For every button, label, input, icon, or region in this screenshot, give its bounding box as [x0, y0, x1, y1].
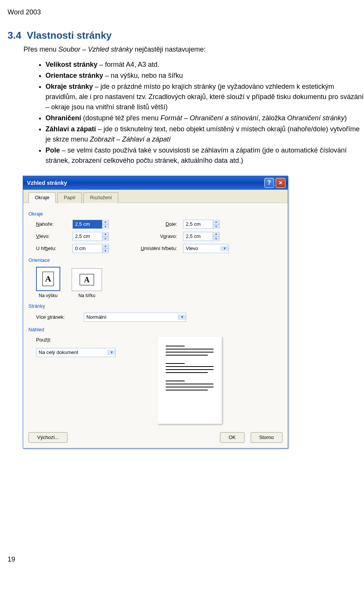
landscape-icon: A: [80, 274, 94, 285]
group-stranky: Stránky: [28, 303, 282, 310]
tab-strip: Okraje Papír Rozložení: [28, 192, 282, 203]
section-heading: 3.4 Vlastnosti stránky: [8, 28, 364, 42]
intro-paragraph: Přes menu Soubor – Vzhled stránky nejčas…: [24, 45, 364, 54]
label-vlevo: Vlevo:: [36, 233, 66, 240]
label-vpravo: Vpravo:: [128, 233, 177, 240]
portrait-box: A: [36, 267, 60, 291]
preview-page: [157, 337, 222, 424]
spin-down-icon[interactable]: ▼: [102, 249, 108, 253]
orient-landscape[interactable]: A Na šířku: [72, 268, 102, 299]
list-item: Orientace stránky – na výšku, nebo na ší…: [46, 71, 364, 81]
label-pouzit: Použít:: [36, 337, 135, 343]
spin-down-icon[interactable]: ▼: [213, 225, 219, 229]
spin-up-icon[interactable]: ▲: [102, 220, 108, 224]
chevron-down-icon: ▼: [178, 315, 186, 320]
spin-up-icon[interactable]: ▲: [213, 220, 219, 224]
page-setup-dialog: Vzhled stránky ? × Okraje Papír Rozložen…: [23, 176, 288, 448]
label-vice: Více stránek:: [36, 314, 65, 321]
spin-vpravo[interactable]: 2,5 cm ▲▼: [183, 232, 220, 241]
chevron-down-icon: ▼: [108, 350, 115, 355]
close-icon: ×: [279, 179, 282, 187]
spin-nahore[interactable]: 2,5 cm ▲▼: [72, 220, 109, 229]
spin-down-icon[interactable]: ▼: [213, 237, 219, 241]
list-item: Ohraničení (dostupné též přes menu Formá…: [46, 113, 364, 123]
page-number: 19: [8, 555, 364, 564]
ok-button[interactable]: OK: [220, 432, 245, 443]
dialog-body: Okraje Nahoře: 2,5 cm ▲▼ Dole: 2,5 cm ▲▼…: [23, 203, 288, 448]
label-uhrbetu: U hřbetu:: [36, 245, 66, 252]
bullet-list: Velikost stránky – formát A4, A3 atd. Or…: [46, 60, 364, 166]
doc-header: Word 2003: [8, 8, 364, 17]
spin-up-icon[interactable]: ▲: [102, 244, 108, 249]
dialog-title: Vzhled stránky: [27, 179, 263, 187]
spin-up-icon[interactable]: ▲: [213, 232, 219, 236]
group-okraje: Okraje: [28, 211, 282, 217]
spin-down-icon[interactable]: ▼: [102, 225, 108, 229]
orient-portrait[interactable]: A Na výšku: [36, 267, 60, 299]
chevron-down-icon: ▼: [221, 246, 228, 251]
combo-umisteni[interactable]: Vlevo ▼: [183, 244, 229, 253]
combo-pouzit[interactable]: Na celý dokument ▼: [36, 348, 116, 357]
combo-vice-stranek[interactable]: Normální ▼: [84, 313, 186, 322]
list-item: Okraje stránky – jde o prázdné místo po …: [46, 82, 364, 112]
portrait-icon: A: [42, 272, 54, 286]
section-title: Vlastnosti stránky: [27, 30, 112, 41]
group-orientace: Orientace: [28, 257, 282, 264]
close-button[interactable]: ×: [276, 178, 286, 188]
help-icon: ?: [267, 179, 271, 187]
tab-papir[interactable]: Papír: [57, 192, 82, 203]
list-item: Velikost stránky – formát A4, A3 atd.: [46, 60, 364, 70]
spin-down-icon[interactable]: ▼: [102, 237, 108, 241]
spin-up-icon[interactable]: ▲: [102, 232, 108, 236]
label-dole: Dole:: [128, 221, 177, 228]
cancel-button[interactable]: Storno: [251, 432, 282, 443]
list-item: Záhlaví a zápatí – jde o tisknutelný tex…: [46, 124, 364, 145]
label-umisteni: Umístění hřbetu:: [128, 245, 177, 252]
tab-rozlozeni[interactable]: Rozložení: [83, 192, 118, 203]
tab-okraje[interactable]: Okraje: [28, 192, 56, 203]
spin-vlevo[interactable]: 2,5 cm ▲▼: [72, 232, 109, 241]
default-button[interactable]: Výchozí...: [28, 432, 67, 443]
label-nahore: Nahoře:: [36, 221, 66, 228]
spin-dole[interactable]: 2,5 cm ▲▼: [183, 220, 220, 229]
landscape-box: A: [72, 268, 102, 291]
group-nahled: Náhled: [28, 326, 282, 333]
spin-uhrbetu[interactable]: 0 cm ▲▼: [72, 244, 109, 253]
dialog-titlebar[interactable]: Vzhled stránky ? ×: [23, 176, 288, 190]
help-button[interactable]: ?: [264, 178, 274, 188]
list-item: Pole – se velmi často používá také v sou…: [46, 145, 364, 166]
section-number: 3.4: [8, 30, 21, 41]
